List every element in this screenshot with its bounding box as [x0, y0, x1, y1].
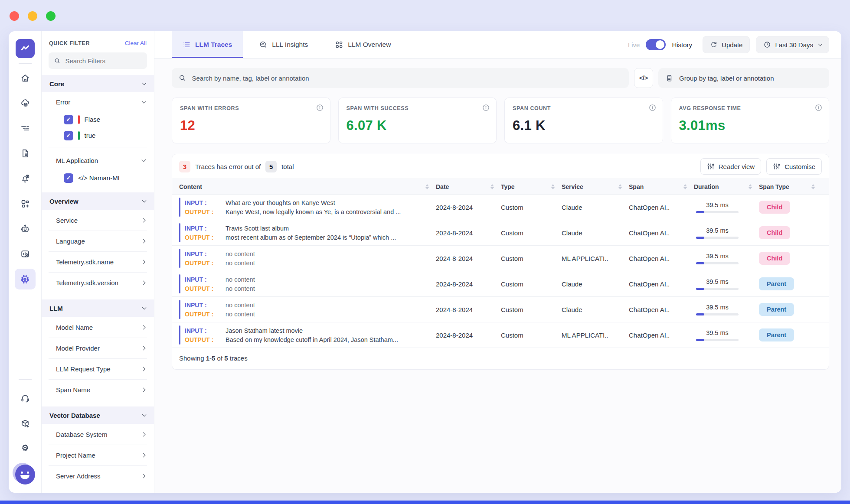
live-label: Live [628, 41, 640, 49]
filter-subsection-ml-application[interactable]: ML Application [42, 151, 154, 170]
stat-label: SPAN WITH ERRORS [180, 105, 322, 111]
date-range-dropdown[interactable]: Last 30 Days [756, 36, 829, 53]
icon-rail [9, 31, 42, 493]
filter-item-project-name[interactable]: Project Name [49, 445, 147, 465]
filter-option-naman-ml[interactable]: ✓ </> Naman-ML [42, 170, 154, 186]
info-icon[interactable] [482, 104, 490, 113]
sort-icon[interactable] [490, 184, 494, 189]
filter-item-model-name[interactable]: Model Name [49, 317, 147, 338]
live-history-toggle[interactable] [646, 39, 666, 50]
checkbox-checked[interactable]: ✓ [64, 173, 73, 183]
filter-item-database-system[interactable]: Database System [49, 424, 147, 445]
tab-llm-overview[interactable]: LLM Overview [324, 31, 402, 58]
column-header-type[interactable]: Type [501, 183, 515, 190]
filter-item-telemetry-sdk-name[interactable]: Telemetry.sdk.name [49, 251, 147, 272]
alerts-bell-icon[interactable] [15, 168, 36, 189]
maximize-window-button[interactable] [46, 11, 56, 21]
trace-search-input[interactable] [192, 75, 622, 82]
filter-subsection-error[interactable]: Error [42, 92, 154, 111]
filter-option-flase[interactable]: ✓ Flase [42, 111, 154, 127]
column-header-span-type[interactable]: Span Type [759, 183, 789, 190]
sort-icon[interactable] [618, 184, 622, 189]
column-header-content[interactable]: Content [179, 183, 202, 190]
service-cell: ML APPLICATI.. [562, 255, 629, 262]
close-window-button[interactable] [10, 11, 19, 21]
update-button[interactable]: Update [703, 36, 750, 53]
settings-gear-icon[interactable] [15, 438, 36, 459]
llm-chip-icon[interactable] [15, 269, 36, 289]
customise-button[interactable]: Customise [766, 158, 822, 175]
table-row[interactable]: INPUT :OUTPUT : Travis Scott last albumm… [172, 220, 829, 246]
table-row[interactable]: INPUT :OUTPUT : no contentno content 202… [172, 246, 829, 271]
clear-all-link[interactable]: Clear All [125, 40, 147, 46]
sort-icon[interactable] [551, 184, 555, 189]
document-icon[interactable] [15, 143, 36, 164]
error-color-bar [78, 115, 80, 124]
table-row[interactable]: INPUT :OUTPUT : no contentno content 202… [172, 297, 829, 322]
support-headset-icon[interactable] [15, 388, 36, 409]
usage-analytics-icon[interactable] [15, 244, 36, 264]
table-row[interactable]: INPUT :OUTPUT : Jason Statham latest mov… [172, 322, 829, 348]
span-cell: ChatOpen AI.. [629, 229, 694, 237]
filter-section-core[interactable]: Core [42, 75, 154, 92]
output-value: no content [226, 260, 255, 267]
filter-section-vector-database[interactable]: Vector Database [42, 406, 154, 424]
sort-icon[interactable] [683, 184, 687, 189]
trace-search[interactable] [172, 68, 629, 88]
checkbox-checked[interactable]: ✓ [64, 131, 73, 140]
filter-item-server-address[interactable]: Server Address [49, 465, 147, 486]
output-value: Kanye West, now legally known as Ye, is … [226, 208, 401, 215]
sort-icon[interactable] [811, 184, 815, 189]
table-header: Content Date Type Service Span Duration … [172, 179, 829, 195]
home-icon[interactable] [15, 68, 36, 88]
sort-icon[interactable] [749, 184, 752, 189]
filter-item-model-provider[interactable]: Model Provider [49, 338, 147, 358]
assistant-robot-icon[interactable] [15, 218, 36, 239]
app-window: QUICK FILTER Clear All Core Error ✓ Flas… [9, 31, 841, 493]
output-label: OUTPUT : [185, 260, 226, 267]
filter-section-llm[interactable]: LLM [42, 299, 154, 317]
reader-view-button[interactable]: Reader view [700, 158, 761, 175]
item-label: LLM Request Type [56, 365, 111, 373]
filter-search-input[interactable] [65, 57, 142, 65]
filter-item-span-name[interactable]: Span Name [49, 379, 147, 400]
info-icon[interactable] [316, 104, 324, 113]
output-label: OUTPUT : [185, 311, 226, 318]
filter-section-overview[interactable]: Overview [42, 192, 154, 210]
checkbox-checked[interactable]: ✓ [64, 115, 73, 124]
column-header-service[interactable]: Service [562, 183, 583, 190]
content-area: </> Group by tag, label or annotation SP… [154, 59, 841, 370]
column-header-date[interactable]: Date [436, 183, 449, 190]
chevron-right-icon [141, 239, 146, 244]
table-row[interactable]: INPUT :OUTPUT : What are your thoughts o… [172, 195, 829, 220]
input-value: Jason Statham latest movie [226, 327, 398, 334]
minimize-window-button[interactable] [28, 11, 37, 21]
info-icon[interactable] [649, 104, 656, 113]
column-header-span[interactable]: Span [629, 183, 644, 190]
filter-search[interactable] [49, 52, 147, 69]
logs-icon[interactable] [15, 118, 36, 139]
date-cell: 2024-8-2024 [436, 229, 501, 237]
input-value: no content [226, 302, 255, 309]
filter-item-llm-request-type[interactable]: LLM Request Type [49, 358, 147, 379]
tab-llm-traces[interactable]: LLM Traces [172, 31, 243, 58]
sort-icon[interactable] [425, 184, 429, 189]
tab-lll-insights[interactable]: LLL Insights [248, 31, 319, 58]
filter-item-telemetry-sdk-version[interactable]: Telemetry.sdk.version [49, 272, 147, 293]
table-row[interactable]: INPUT :OUTPUT : no contentno content 202… [172, 271, 829, 297]
stat-cards: SPAN WITH ERRORS 12 SPAN WITH SUCCESS 6.… [172, 98, 829, 143]
filter-item-service[interactable]: Service [49, 210, 147, 231]
package-add-icon[interactable] [15, 413, 36, 434]
tab-controls: Live History Update Last 30 Days [628, 31, 841, 58]
query-code-button[interactable]: </> [634, 68, 653, 88]
group-by-button[interactable]: Group by tag, label or annotation [658, 68, 829, 88]
app-logo[interactable] [16, 39, 35, 58]
info-icon[interactable] [815, 104, 822, 113]
filter-item-language[interactable]: Language [49, 231, 147, 251]
span-type-badge: Child [759, 252, 790, 265]
column-header-duration[interactable]: Duration [694, 183, 719, 190]
user-avatar[interactable] [15, 463, 35, 484]
filter-option-true[interactable]: ✓ true [42, 127, 154, 143]
data-cloud-icon[interactable] [15, 93, 36, 114]
integrations-add-icon[interactable] [15, 193, 36, 214]
